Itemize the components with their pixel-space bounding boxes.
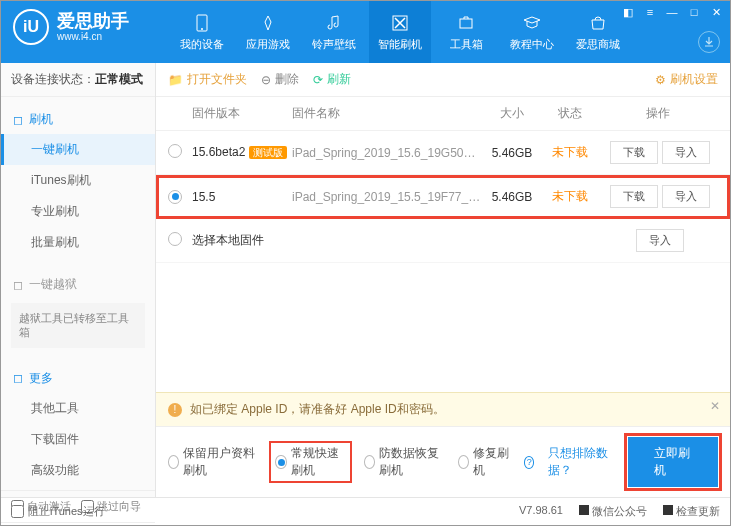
- import-button[interactable]: 导入: [662, 141, 710, 164]
- tools-icon: [456, 13, 476, 33]
- radio[interactable]: [168, 232, 182, 246]
- radio[interactable]: [458, 455, 469, 469]
- flash-option[interactable]: 防数据恢复刷机: [364, 445, 444, 479]
- fw-size: 5.46GB: [482, 190, 542, 204]
- exclude-data-link[interactable]: 只想排除数据？: [548, 445, 614, 479]
- flash-settings-button[interactable]: ⚙ 刷机设置: [655, 71, 718, 88]
- radio[interactable]: [275, 455, 286, 469]
- nav-device[interactable]: 我的设备: [171, 1, 233, 63]
- warning-close-icon[interactable]: ✕: [710, 399, 720, 413]
- warning-text: 如已绑定 Apple ID，请准备好 Apple ID和密码。: [190, 401, 445, 418]
- fw-status: 未下载: [542, 188, 598, 205]
- check-update-button[interactable]: 检查更新: [663, 504, 720, 519]
- shop-icon: [588, 13, 608, 33]
- th-size: 大小: [482, 105, 542, 122]
- fw-status: 未下载: [542, 144, 598, 161]
- device-icon: [192, 13, 212, 33]
- radio[interactable]: [168, 144, 182, 158]
- fw-name: iPad_Spring_2019_15.5_19F77_Restore.ipsw: [292, 190, 482, 204]
- conn-label: 设备连接状态：: [11, 72, 95, 86]
- theme-icon[interactable]: ◧: [620, 5, 636, 19]
- firmware-row[interactable]: 15.6beta2测试版iPad_Spring_2019_15.6_19G503…: [156, 131, 730, 175]
- flash-option[interactable]: 修复刷机: [458, 445, 510, 479]
- titlebar: iU 爱思助手 www.i4.cn 我的设备应用游戏铃声壁纸智能刷机工具箱教程中…: [1, 1, 730, 63]
- local-fw-label: 选择本地固件: [192, 232, 482, 249]
- minimize-icon[interactable]: —: [664, 5, 680, 19]
- sidebar-item[interactable]: iTunes刷机: [1, 165, 155, 196]
- download-circle-icon[interactable]: [698, 31, 720, 53]
- warning-icon: !: [168, 403, 182, 417]
- radio[interactable]: [364, 455, 375, 469]
- th-version: 固件版本: [192, 105, 292, 122]
- flash-options: 保留用户资料刷机常规快速刷机防数据恢复刷机修复刷机?只想排除数据？立即刷机: [156, 426, 730, 497]
- sidebar-item[interactable]: 下载固件: [1, 424, 155, 455]
- nav-flash[interactable]: 智能刷机: [369, 1, 431, 63]
- nav-label: 铃声壁纸: [312, 37, 356, 52]
- fw-size: 5.46GB: [482, 146, 542, 160]
- nav-label: 我的设备: [180, 37, 224, 52]
- delete-icon: ⊖: [261, 73, 271, 87]
- warning-bar: ! 如已绑定 Apple ID，请准备好 Apple ID和密码。 ✕: [156, 392, 730, 426]
- firmware-list: 15.6beta2测试版iPad_Spring_2019_15.6_19G503…: [156, 131, 730, 392]
- import-button[interactable]: 导入: [636, 229, 684, 252]
- import-button[interactable]: 导入: [662, 185, 710, 208]
- side-group-head[interactable]: ◻一键越狱: [1, 270, 155, 299]
- sidebar-item[interactable]: 专业刷机: [1, 196, 155, 227]
- sidebar: 设备连接状态：正常模式 ◻刷机一键刷机iTunes刷机专业刷机批量刷机◻一键越狱…: [1, 63, 156, 497]
- flash-now-button[interactable]: 立即刷机: [628, 437, 718, 487]
- version-label: V7.98.61: [519, 504, 563, 519]
- close-icon[interactable]: ✕: [708, 5, 724, 19]
- th-name: 固件名称: [292, 105, 482, 122]
- fw-version: 15.6beta2测试版: [192, 145, 292, 160]
- flash-icon: [390, 13, 410, 33]
- nav-edu[interactable]: 教程中心: [501, 1, 563, 63]
- open-folder-button[interactable]: 📁 打开文件夹: [168, 71, 247, 88]
- sidebar-item[interactable]: 其他工具: [1, 393, 155, 424]
- nav-tools[interactable]: 工具箱: [435, 1, 497, 63]
- th-status: 状态: [542, 105, 598, 122]
- download-button[interactable]: 下载: [610, 185, 658, 208]
- brand: iU 爱思助手 www.i4.cn: [1, 1, 141, 53]
- sidebar-item[interactable]: 批量刷机: [1, 227, 155, 258]
- nav-apps[interactable]: 应用游戏: [237, 1, 299, 63]
- info-icon[interactable]: ?: [524, 456, 535, 469]
- nav-label: 应用游戏: [246, 37, 290, 52]
- square-icon: ◻: [13, 371, 23, 385]
- download-button[interactable]: 下载: [610, 141, 658, 164]
- sidebar-item[interactable]: 一键刷机: [1, 134, 155, 165]
- refresh-icon: ⟳: [313, 73, 323, 87]
- firmware-row[interactable]: 15.5iPad_Spring_2019_15.5_19F77_Restore.…: [156, 175, 730, 219]
- connection-status: 设备连接状态：正常模式: [1, 63, 155, 97]
- radio[interactable]: [168, 455, 179, 469]
- flash-option[interactable]: 常规快速刷机: [271, 443, 350, 481]
- fw-name: iPad_Spring_2019_15.6_19G5037d_Restore.i…: [292, 146, 482, 160]
- wechat-button[interactable]: 微信公众号: [579, 504, 647, 519]
- delete-button[interactable]: ⊖ 删除: [261, 71, 299, 88]
- radio[interactable]: [168, 190, 182, 204]
- nav-label: 工具箱: [450, 37, 483, 52]
- side-group-head[interactable]: ◻刷机: [1, 105, 155, 134]
- maximize-icon[interactable]: □: [686, 5, 702, 19]
- nav-music[interactable]: 铃声壁纸: [303, 1, 365, 63]
- app-title: 爱思助手: [57, 12, 129, 32]
- sidebar-item[interactable]: 高级功能: [1, 455, 155, 486]
- block-itunes-check[interactable]: 阻止iTunes运行: [11, 504, 105, 519]
- edu-icon: [522, 13, 542, 33]
- music-icon: [324, 13, 344, 33]
- app-subtitle: www.i4.cn: [57, 31, 129, 42]
- toolbar: 📁 打开文件夹 ⊖ 删除 ⟳ 刷新 ⚙ 刷机设置: [156, 63, 730, 97]
- nav-label: 爱思商城: [576, 37, 620, 52]
- main-nav: 我的设备应用游戏铃声壁纸智能刷机工具箱教程中心爱思商城: [171, 1, 629, 63]
- refresh-button[interactable]: ⟳ 刷新: [313, 71, 351, 88]
- window-controls: ◧ ≡ — □ ✕: [620, 5, 724, 19]
- side-group-head[interactable]: ◻更多: [1, 364, 155, 393]
- square-icon: ◻: [13, 278, 23, 292]
- beta-tag: 测试版: [249, 146, 287, 159]
- flash-option[interactable]: 保留用户资料刷机: [168, 445, 257, 479]
- apps-icon: [258, 13, 278, 33]
- menu-icon[interactable]: ≡: [642, 5, 658, 19]
- th-ops: 操作: [598, 105, 718, 122]
- local-firmware-row[interactable]: 选择本地固件导入: [156, 219, 730, 263]
- block-itunes-checkbox[interactable]: [11, 505, 24, 518]
- gear-icon: ⚙: [655, 73, 666, 87]
